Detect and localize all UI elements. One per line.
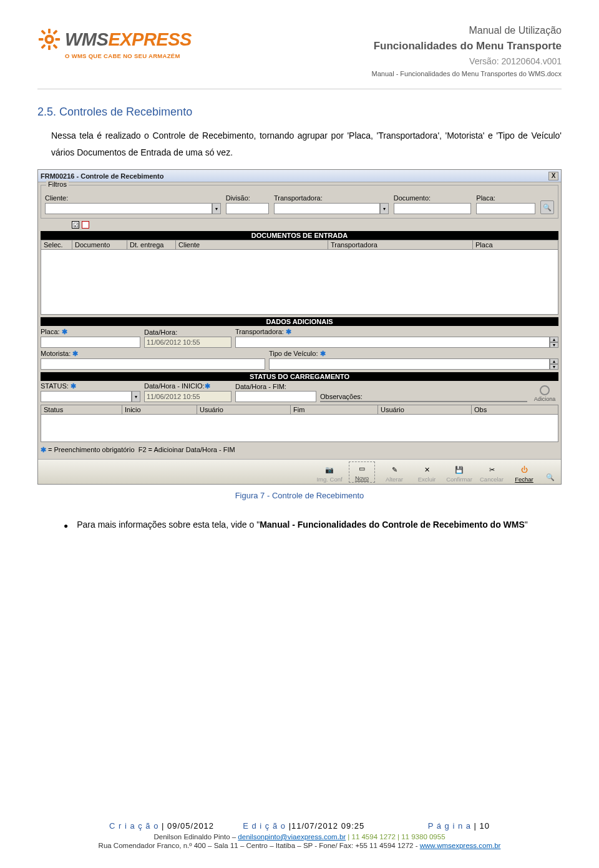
svg-rect-8 xyxy=(41,44,46,49)
col-inicio: Inicio xyxy=(122,405,197,414)
edit-icon: ✎ xyxy=(389,464,400,475)
ad-placa-input[interactable] xyxy=(41,337,140,348)
documento-input[interactable] xyxy=(394,203,472,214)
novo-button[interactable]: ▭ Novo xyxy=(349,461,375,483)
label-st-obs: Observações: xyxy=(320,393,527,400)
cliente-dropdown-icon[interactable]: ▾ xyxy=(212,203,221,214)
save-icon: 💾 xyxy=(454,464,465,475)
footer-author: Denilson Edinaldo Pinto – xyxy=(153,833,238,841)
label-ad-tipo: Tipo de Veículo: ✱ xyxy=(269,350,558,358)
deselect-all-checkbox[interactable] xyxy=(82,221,89,229)
footer-criacao-val: | 09/05/2012 xyxy=(158,821,214,831)
header-version: Versão: 20120604.v001 xyxy=(372,56,562,66)
label-divisao: Divisão: xyxy=(226,194,269,202)
new-doc-icon: ▭ xyxy=(356,463,368,474)
footer-mail: denilsonpinto@viaexpress.com.br xyxy=(238,833,346,841)
close-button[interactable]: X xyxy=(548,172,558,180)
svg-rect-5 xyxy=(41,30,46,35)
app-window: FRM00216 - Controle de Recebimento X Fil… xyxy=(37,169,562,485)
section-title: 2.5. Controles de Recebimento xyxy=(37,106,562,119)
ad-transportadora-spin[interactable]: ▴▾ xyxy=(550,337,558,348)
header-right: Manual de Utilização Funcionalidades do … xyxy=(372,25,562,77)
st-obs-textarea[interactable] xyxy=(320,401,527,402)
footer-address: Rua Comendador Franco, n.º 400 – Sala 11… xyxy=(99,842,420,849)
st-status-dropdown-icon[interactable]: ▾ xyxy=(132,391,140,402)
grid-status-body[interactable] xyxy=(41,415,558,442)
cliente-input[interactable] xyxy=(45,203,212,214)
transportadora-dropdown-icon[interactable]: ▾ xyxy=(380,203,389,214)
grid-entrada-body[interactable] xyxy=(41,250,558,315)
label-documento: Documento: xyxy=(394,194,472,202)
search-icon: 🔍 xyxy=(543,204,552,212)
col-obs: Obs xyxy=(472,405,558,414)
window-title: FRM00216 - Controle de Recebimento xyxy=(41,172,163,180)
label-ad-transportadora: Transportadora: ✱ xyxy=(235,328,558,336)
footer-phones: | 11 4594 1272 | 11 9380 0955 xyxy=(346,833,445,841)
bar-dados-adicionais: DADOS ADICIONAIS xyxy=(41,317,558,326)
col-selec: Selec. xyxy=(41,240,72,249)
bar-documentos-entrada: DOCUMENTOS DE ENTRADA xyxy=(41,231,558,240)
delete-icon: ✕ xyxy=(421,464,432,475)
figure-caption: Figura 7 - Controle de Recebimento xyxy=(37,491,562,500)
label-transportadora: Transportadora: xyxy=(274,194,389,202)
svg-rect-4 xyxy=(56,38,61,41)
bullet-bold: Manual - Funcionalidades do Controle de … xyxy=(260,520,525,530)
col-dtentrega: Dt. entrega xyxy=(127,240,176,249)
divisao-input[interactable] xyxy=(226,203,269,214)
select-all-checkbox[interactable]: ☑ xyxy=(72,221,79,229)
placa-input[interactable] xyxy=(476,203,535,214)
bullet-note: ● Para mais informações sobre esta tela,… xyxy=(64,516,562,533)
st-fim-input[interactable] xyxy=(235,391,316,402)
tagline: O WMS QUE CABE NO SEU ARMAZÉM xyxy=(65,52,212,59)
add-label: Adiciona xyxy=(534,396,556,402)
footer-pagina-key: P á g i n a xyxy=(428,821,471,831)
camera-icon: 📷 xyxy=(324,464,335,475)
ad-tipo-spin[interactable]: ▴▾ xyxy=(550,358,558,370)
grid-entrada-header: Selec. Documento Dt. entrega Cliente Tra… xyxy=(41,240,558,250)
footer-pagina-val: | 10 xyxy=(471,821,490,831)
svg-rect-7 xyxy=(52,30,57,35)
search-button[interactable]: 🔍 xyxy=(540,200,554,214)
grid-status-header: Status Inicio Usuário Fim Usuário Obs xyxy=(41,405,558,415)
excluir-button[interactable]: ✕ Excluir xyxy=(414,464,440,483)
label-st-fim: Data/Hora - FIM: xyxy=(235,383,316,390)
ad-tipo-input[interactable] xyxy=(269,358,550,370)
label-ad-motorista: Motorista: ✱ xyxy=(41,350,265,358)
select-all-group: ☑ xyxy=(72,221,558,229)
st-status-input[interactable] xyxy=(41,391,132,402)
doc-header: WMSEXPRESS O WMS QUE CABE NO SEU ARMAZÉM… xyxy=(37,25,562,77)
cancelar-button[interactable]: ✂ Cancelar xyxy=(479,464,505,483)
brand-text: WMSEXPRESS xyxy=(65,29,192,50)
ad-motorista-input[interactable] xyxy=(41,358,265,370)
label-placa: Placa: xyxy=(476,194,535,202)
col-cliente: Cliente xyxy=(176,240,328,249)
alterar-button[interactable]: ✎ Alterar xyxy=(381,464,407,483)
svg-rect-3 xyxy=(39,38,44,41)
gear-icon xyxy=(37,27,61,51)
ad-transportadora-input[interactable] xyxy=(235,337,550,348)
col-documento: Documento xyxy=(72,240,127,249)
confirmar-button[interactable]: 💾 Confirmar xyxy=(446,464,472,483)
zoom-button[interactable]: 🔍 xyxy=(543,471,557,483)
add-status-button[interactable]: Adiciona xyxy=(531,385,558,402)
required-footnote: ✱✱ = Preenchimento obrigatório F2 = Adic… xyxy=(41,446,558,454)
col-fim: Fim xyxy=(291,405,378,414)
transportadora-input[interactable] xyxy=(274,203,380,214)
cancel-icon: ✂ xyxy=(486,464,497,475)
svg-point-9 xyxy=(47,37,52,42)
ad-datahora-value: 11/06/2012 10:55 xyxy=(144,337,231,348)
section-paragraph: Nessa tela é realizado o Controle de Rec… xyxy=(51,127,562,160)
add-icon xyxy=(540,385,550,395)
label-ad-placa: Placa: ✱ xyxy=(41,328,140,336)
fechar-button[interactable]: ⏻ Fechar xyxy=(511,464,537,483)
bullet-pre: Para mais informações sobre esta tela, v… xyxy=(77,520,260,530)
filters-fieldset: Filtros Cliente: ▾ Divisão: Transportado… xyxy=(41,185,558,219)
zoom-icon: 🔍 xyxy=(545,471,556,483)
imgconf-button[interactable]: 📷 Img. Conf xyxy=(316,464,343,483)
col-usuario2: Usuário xyxy=(378,405,472,414)
bullet-icon: ● xyxy=(64,519,68,533)
page-footer: C r i a ç ã o | 09/05/2012 E d i ç ã o |… xyxy=(0,821,599,849)
svg-rect-2 xyxy=(48,46,51,51)
window-titlebar: FRM00216 - Controle de Recebimento X xyxy=(38,170,561,182)
footer-url: www.wmsexpress.com.br xyxy=(420,842,501,849)
